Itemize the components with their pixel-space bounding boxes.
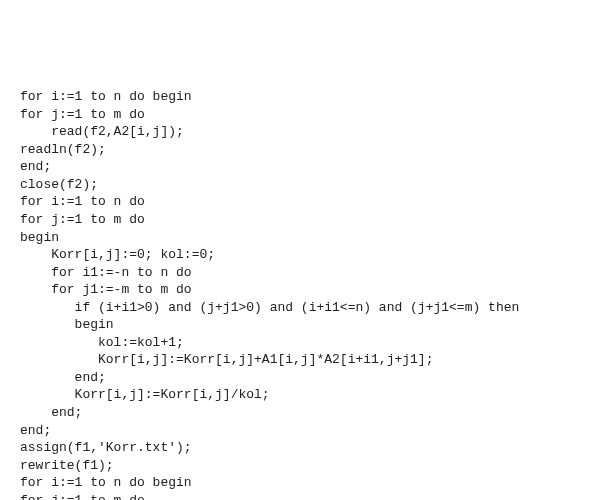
code-line: begin: [20, 229, 572, 247]
code-line: for j:=1 to m do: [20, 106, 572, 124]
code-line: if (i+i1>0) and (j+j1>0) and (i+i1<=n) a…: [20, 299, 572, 317]
code-listing: for i:=1 to n do beginfor j:=1 to m do r…: [20, 88, 572, 500]
code-line: for j1:=-m to m do: [20, 281, 572, 299]
code-line: for i1:=-n to n do: [20, 264, 572, 282]
code-line: rewrite(f1);: [20, 457, 572, 475]
code-line: Korr[i,j]:=Korr[i,j]/kol;: [20, 386, 572, 404]
code-line: read(f2,A2[i,j]);: [20, 123, 572, 141]
code-line: readln(f2);: [20, 141, 572, 159]
code-line: end;: [20, 404, 572, 422]
code-line: begin: [20, 316, 572, 334]
code-line: Korr[i,j]:=Korr[i,j]+A1[i,j]*A2[i+i1,j+j…: [20, 351, 572, 369]
code-line: assign(f1,'Korr.txt');: [20, 439, 572, 457]
code-line: kol:=kol+1;: [20, 334, 572, 352]
code-line: for j:=1 to m do: [20, 492, 572, 500]
code-line: end;: [20, 369, 572, 387]
code-line: for i:=1 to n do begin: [20, 474, 572, 492]
code-line: for j:=1 to m do: [20, 211, 572, 229]
code-line: for i:=1 to n do: [20, 193, 572, 211]
code-line: for i:=1 to n do begin: [20, 88, 572, 106]
code-line: close(f2);: [20, 176, 572, 194]
code-line: Korr[i,j]:=0; kol:=0;: [20, 246, 572, 264]
code-line: end;: [20, 158, 572, 176]
code-line: end;: [20, 422, 572, 440]
